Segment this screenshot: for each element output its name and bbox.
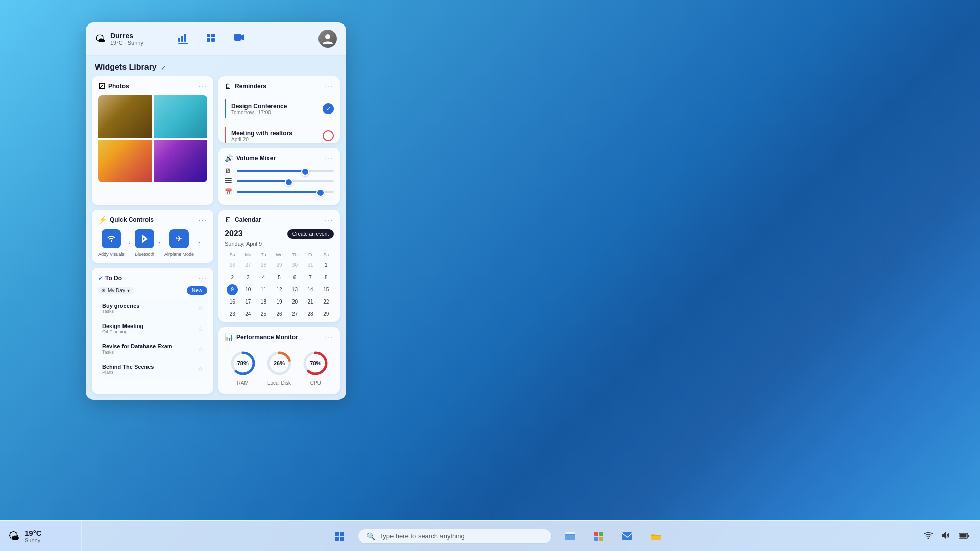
todo-item-3[interactable]: Revise for Database Exam Tasks ☆ <box>98 340 207 358</box>
reminder-item-1[interactable]: Design Conference Tomorrow - 17:00 ✓ <box>225 95 334 122</box>
cal-cell-23[interactable]: 23 <box>227 309 238 320</box>
todo-item-1[interactable]: Buy groceries Tasks ☆ <box>98 299 207 317</box>
cal-cell-5[interactable]: 5 <box>274 272 285 283</box>
calendar-grid: Su Mo Tu We Th Fr Sa 26 27 28 29 30 31 1 <box>225 251 334 320</box>
reminder-check-2[interactable] <box>323 130 334 141</box>
cal-cell-26[interactable]: 26 <box>274 309 285 320</box>
todo-menu[interactable]: ··· <box>198 274 207 282</box>
svg-rect-10 <box>225 178 232 179</box>
cal-cell-1[interactable]: 1 <box>321 260 332 271</box>
qc-arrow-1[interactable]: › <box>125 233 135 253</box>
volume-track-1[interactable] <box>237 170 334 172</box>
cal-cell-26-prev[interactable]: 26 <box>227 260 238 271</box>
battery-icon[interactable] <box>957 530 972 543</box>
todo-filter-btn[interactable]: ☀ My Day ▾ <box>98 287 133 294</box>
cal-cell-8[interactable]: 8 <box>321 272 332 283</box>
todo-item-2[interactable]: Design Meeting Q4 Planning ☆ <box>98 319 207 338</box>
taskbar-mail-icon[interactable] <box>617 526 638 546</box>
todo-star-4[interactable]: ☆ <box>198 366 203 373</box>
cal-cell-31-prev[interactable]: 31 <box>305 260 316 271</box>
taskbar-search-bar[interactable]: 🔍 Type here to search anything <box>358 529 552 544</box>
gauge-name-cpu: CPU <box>310 380 321 386</box>
qc-btn-airplane[interactable]: ✈ <box>169 229 189 248</box>
cal-cell-3[interactable]: 3 <box>242 272 254 283</box>
cal-cell-4[interactable]: 4 <box>258 272 269 283</box>
todo-item-title-1: Buy groceries <box>102 303 198 309</box>
volume-row-1: 🖥 <box>225 167 334 174</box>
cal-cell-15[interactable]: 15 <box>321 284 332 295</box>
todo-header-row: ✔ To Do ··· <box>98 274 207 282</box>
nav-grid[interactable] <box>203 32 220 46</box>
start-button[interactable] <box>329 526 350 546</box>
cal-cell-13[interactable]: 13 <box>289 284 301 295</box>
cal-cell-12[interactable]: 12 <box>274 284 285 295</box>
cal-cell-16[interactable]: 16 <box>227 296 238 308</box>
cal-week-3: 9 10 11 12 13 14 15 <box>225 284 334 296</box>
svg-rect-30 <box>968 535 969 537</box>
photos-menu[interactable]: ··· <box>198 82 207 90</box>
cal-cell-14[interactable]: 14 <box>305 284 316 295</box>
todo-item-4[interactable]: Behind The Scenes Plans ☆ <box>98 360 207 379</box>
svg-point-9 <box>325 34 330 39</box>
volume-sys-icon[interactable] <box>939 529 952 543</box>
cal-week-1: 26 27 28 29 30 31 1 <box>225 259 334 271</box>
cal-cell-25[interactable]: 25 <box>258 309 269 320</box>
widgets-expand-icon[interactable]: ⤢ <box>161 64 166 71</box>
reminder-item-2[interactable]: Meeting with realtors April 20 <box>225 122 334 143</box>
todo-star-2[interactable]: ☆ <box>198 325 203 332</box>
taskbar-weather-icon: 🌤 <box>8 530 19 543</box>
cal-cell-2[interactable]: 2 <box>227 272 238 283</box>
taskbar-files-icon[interactable] <box>560 526 580 546</box>
reminder-sub-1: Tomorrow - 17:00 <box>231 110 323 115</box>
header-avatar[interactable] <box>318 30 337 48</box>
cal-cell-20[interactable]: 20 <box>289 296 301 308</box>
cal-cell-17[interactable]: 17 <box>242 296 254 308</box>
cal-cell-28-prev[interactable]: 28 <box>258 260 269 271</box>
cal-cell-27-prev[interactable]: 27 <box>242 260 254 271</box>
qc-menu[interactable]: ··· <box>198 216 207 224</box>
todo-star-3[interactable]: ☆ <box>198 345 203 353</box>
cal-cell-10[interactable]: 10 <box>242 284 254 295</box>
cal-cell-18[interactable]: 18 <box>258 296 269 308</box>
cal-cell-29-prev[interactable]: 29 <box>274 260 285 271</box>
cal-cell-24[interactable]: 24 <box>242 309 254 320</box>
qc-btn-bluetooth[interactable] <box>135 229 154 248</box>
svg-rect-7 <box>234 34 241 41</box>
volume-track-2[interactable] <box>237 180 334 182</box>
volume-menu[interactable]: ··· <box>325 154 334 162</box>
taskbar-folder-icon[interactable] <box>646 526 666 546</box>
gauge-name-ram: RAM <box>237 380 249 386</box>
cal-cell-27[interactable]: 27 <box>289 309 301 320</box>
svg-rect-11 <box>225 180 232 181</box>
todo-star-1[interactable]: ☆ <box>198 305 203 312</box>
windows-logo <box>335 532 344 541</box>
cal-cell-29[interactable]: 29 <box>321 309 332 320</box>
wifi-icon[interactable] <box>922 530 935 543</box>
calendar-menu[interactable]: ··· <box>325 216 334 224</box>
filter-label: My Day <box>108 288 125 293</box>
volume-track-3[interactable] <box>237 191 334 193</box>
reminders-menu[interactable]: ··· <box>325 82 334 90</box>
cal-cell-21[interactable]: 21 <box>305 296 316 308</box>
taskbar-store-icon[interactable] <box>589 526 609 546</box>
nav-video[interactable] <box>230 32 249 46</box>
qc-arrow-3[interactable]: › <box>194 233 204 253</box>
reminder-title-1: Design Conference <box>231 103 323 110</box>
qc-item-bluetooth: Bluetooth <box>135 229 154 257</box>
qc-btn-wifi[interactable] <box>102 229 121 248</box>
cal-cell-6[interactable]: 6 <box>289 272 301 283</box>
cal-cell-11[interactable]: 11 <box>258 284 269 295</box>
reminder-text-1: Design Conference Tomorrow - 17:00 <box>231 103 323 115</box>
cal-cell-30-prev[interactable]: 30 <box>289 260 301 271</box>
nav-stats[interactable] <box>174 32 192 46</box>
reminder-check-1[interactable]: ✓ <box>323 103 334 114</box>
calendar-create-button[interactable]: Create an event <box>287 229 334 239</box>
todo-new-button[interactable]: New <box>187 286 207 295</box>
cal-cell-9-today[interactable]: 9 <box>227 284 238 295</box>
qc-arrow-2[interactable]: › <box>154 233 164 253</box>
perf-menu[interactable]: ··· <box>325 333 334 341</box>
cal-cell-7[interactable]: 7 <box>305 272 316 283</box>
cal-cell-22[interactable]: 22 <box>321 296 332 308</box>
cal-cell-28[interactable]: 28 <box>305 309 316 320</box>
cal-cell-19[interactable]: 19 <box>274 296 285 308</box>
